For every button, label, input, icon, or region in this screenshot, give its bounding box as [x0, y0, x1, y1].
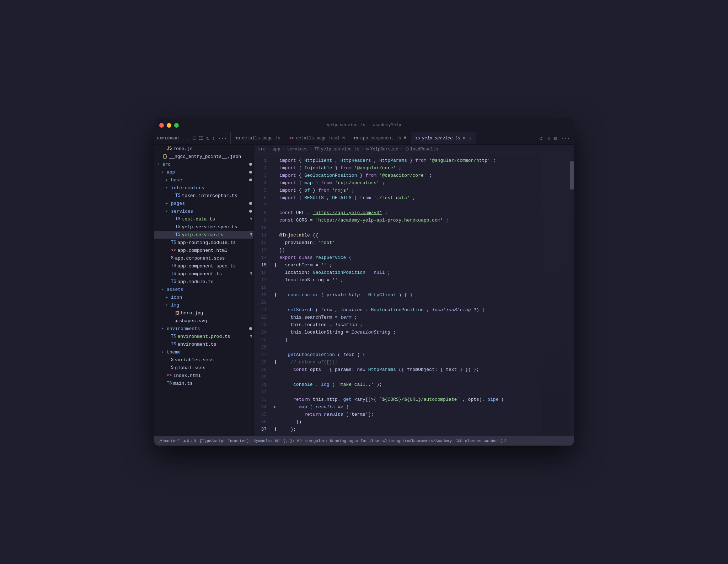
- scrollbar[interactable]: [570, 154, 574, 436]
- main-content: JS zone.js {} __ngcc_entry_points__.json…: [154, 145, 574, 436]
- sidebar-item-app-component-scss[interactable]: S app.component.scss: [154, 254, 253, 262]
- sidebar-item-app-routing[interactable]: TS app-routing.module.ts: [154, 239, 253, 246]
- gutter-37: ▐: [274, 426, 279, 433]
- close-button[interactable]: [159, 123, 164, 128]
- close-tab-icon[interactable]: ✕: [469, 136, 471, 141]
- file-icon: S: [171, 365, 173, 370]
- arrow-icon: ▾: [166, 186, 170, 190]
- line-num-6: 6: [254, 194, 271, 202]
- tab-details-page-html[interactable]: <> details.page.html M: [285, 132, 349, 144]
- maximize-button[interactable]: [174, 123, 179, 128]
- sidebar-item-test-data[interactable]: TS test-data.ts M: [154, 215, 253, 223]
- item-label: yelp.service.ts: [182, 232, 250, 238]
- editor-area: src › app › services › TS yelp.service.t…: [254, 145, 574, 436]
- file-icon: TS: [167, 381, 172, 386]
- file-icon: TS: [175, 224, 180, 229]
- minimize-button[interactable]: [167, 123, 171, 128]
- line-num-19: 19: [254, 291, 271, 299]
- breadcrumb-src: src: [258, 147, 266, 152]
- new-folder-icon[interactable]: ☵: [198, 134, 204, 142]
- code-line-33: return this.http. get <any[]>( `${CORS}/…: [271, 396, 542, 403]
- sidebar-item-env[interactable]: TS environment.ts: [154, 340, 253, 348]
- item-label: index.html: [173, 373, 253, 378]
- warning-icon: ⚠: [190, 439, 193, 443]
- modified-dot: [249, 179, 252, 181]
- sidebar-item-assets[interactable]: ▾ assets: [154, 286, 253, 293]
- sidebar-item-app-component-ts[interactable]: TS app.component.ts M: [154, 270, 253, 278]
- file-icon: ◈: [175, 318, 178, 324]
- traffic-lights: [159, 123, 179, 128]
- sidebar-item-app-component-html[interactable]: <> app.component.html: [154, 246, 253, 254]
- sidebar-item-theme[interactable]: ▾ theme: [154, 348, 253, 356]
- item-label: zone.js: [173, 146, 253, 151]
- code-line-22: this.searchTerm = term ;: [271, 314, 542, 321]
- sidebar-item-icon[interactable]: ▶ icon: [154, 293, 253, 301]
- ts-icon: TS: [235, 136, 240, 140]
- breadcrumb-class-icon: ⚙: [366, 147, 369, 152]
- code-line-26: [271, 344, 542, 351]
- line-num-25: 25: [254, 336, 271, 344]
- explorer-icons: □ ☵ ↻ ⇕ ···: [192, 134, 228, 142]
- sidebar-item-home[interactable]: ▶ home: [154, 176, 253, 184]
- sidebar-item-app-module[interactable]: TS app.module.ts: [154, 278, 253, 286]
- split-editor-icon[interactable]: ◫: [546, 134, 550, 142]
- modified-dot: [249, 327, 252, 330]
- timeline-icon[interactable]: ↺: [539, 134, 543, 142]
- more-icon[interactable]: ···: [217, 135, 228, 142]
- breadcrumb-class: YelpService: [370, 147, 398, 152]
- breadcrumb-services: services: [287, 147, 308, 152]
- code-line-15: ▐ searchTerm = '' ;: [271, 261, 542, 269]
- scrollbar-thumb[interactable]: [570, 161, 574, 190]
- sidebar-item-pages[interactable]: ▶ pages: [154, 199, 253, 207]
- error-status[interactable]: ⊗ 0 ⚠ 0: [183, 439, 196, 443]
- collapse-icon[interactable]: ⇕: [212, 134, 216, 142]
- code-content[interactable]: import { HttpClient , HttpHeaders , Http…: [271, 154, 542, 436]
- sidebar-item-index-html[interactable]: <> index.html: [154, 372, 253, 379]
- code-line-36: }): [271, 418, 542, 426]
- item-label: test-data.ts: [182, 217, 250, 222]
- branch-status[interactable]: ⎇ master*: [158, 439, 180, 443]
- more-actions-icon[interactable]: ···: [561, 135, 571, 142]
- new-file-icon[interactable]: □: [192, 135, 197, 142]
- sidebar-item-hero-jpg[interactable]: 🖼 hero.jpg: [154, 309, 253, 317]
- code-line-1: import { HttpClient , HttpHeaders , Http…: [271, 157, 542, 164]
- tab-yelp-service-ts[interactable]: TS yelp.service.ts M ✕: [411, 132, 476, 144]
- sidebar-item-yelp-service[interactable]: TS yelp.service.ts M: [154, 231, 253, 239]
- sidebar-item-shapes-svg[interactable]: ◈ shapes.svg: [154, 317, 253, 325]
- sidebar-item-src[interactable]: ▾ src: [154, 160, 253, 168]
- css-status: CSS classes cached (cl: [455, 439, 507, 443]
- line-num-34: 34: [254, 403, 271, 411]
- code-line-37: ▐ );: [271, 426, 542, 433]
- sidebar-item-services[interactable]: ▾ services: [154, 207, 253, 215]
- error-icon: ⊗: [183, 439, 186, 443]
- sidebar-item-main-ts[interactable]: TS main.ts: [154, 379, 253, 387]
- file-icon: TS: [171, 342, 176, 347]
- item-label: app-routing.module.ts: [177, 240, 253, 245]
- sidebar-item-yelp-spec[interactable]: TS yelp.service.spec.ts: [154, 223, 253, 231]
- item-label: variables.scss: [175, 357, 253, 363]
- item-label: interceptors: [171, 185, 253, 191]
- refresh-icon[interactable]: ↻: [205, 134, 210, 142]
- sidebar-item-variables-scss[interactable]: S variables.scss: [154, 356, 253, 364]
- sidebar-item-ngcc[interactable]: {} __ngcc_entry_points__.json: [154, 153, 253, 160]
- file-icon: <>: [171, 248, 176, 253]
- line-num-18: 18: [254, 284, 271, 291]
- sidebar-item-env-prod[interactable]: TS environment.prod.ts M: [154, 332, 253, 340]
- sidebar-item-app-component-spec[interactable]: TS app.component.spec.ts: [154, 262, 253, 270]
- sidebar-item-zonejs[interactable]: JS zone.js: [154, 145, 253, 153]
- ts-importer-status: [TypeScript Importer]: Symbols: 68: [200, 439, 279, 443]
- tab-details-page-ts[interactable]: TS details.page.ts: [231, 132, 285, 144]
- sidebar-item-img[interactable]: ▾ img: [154, 301, 253, 309]
- sidebar-item-global-scss[interactable]: S global.scss: [154, 364, 253, 372]
- tabbar: EXPLORER: ... □ ☵ ↻ ⇕ ··· TS details.pag…: [154, 132, 574, 145]
- sidebar-item-app[interactable]: ▾ app: [154, 168, 253, 176]
- layout-icon[interactable]: ▦: [553, 134, 557, 142]
- sidebar-item-environments[interactable]: ▾ environments: [154, 325, 253, 332]
- tab-app-component-ts[interactable]: TS app.component.ts M: [349, 132, 411, 144]
- tab-label: details.page.html: [296, 136, 339, 141]
- statusbar-left: ⎇ master* ⊗ 0 ⚠ 0 [TypeScript Importer]:…: [158, 439, 507, 443]
- sidebar-item-interceptors[interactable]: ▾ interceptors: [154, 184, 253, 192]
- code-line-23: this.location = location ;: [271, 321, 542, 329]
- modified-dot: [249, 163, 252, 166]
- sidebar-item-token-interceptor[interactable]: TS token.interceptor.ts: [154, 192, 253, 199]
